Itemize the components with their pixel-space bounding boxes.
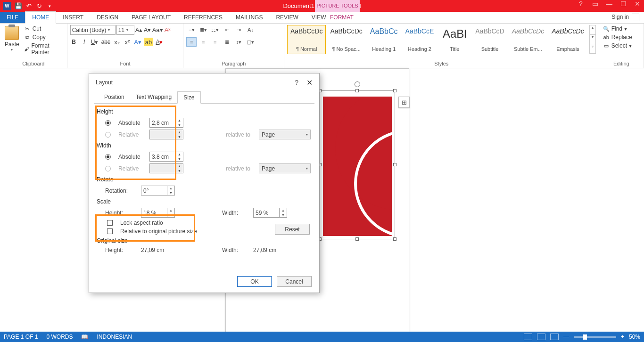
align-right-icon[interactable]: ≡ [210, 37, 220, 47]
style-emphasis[interactable]: AaBbCcDcEmphasis [548, 25, 587, 54]
style-heading1[interactable]: AaBbCcHeading 1 [367, 25, 401, 54]
line-spacing-icon[interactable]: ↕▾ [233, 37, 244, 47]
dialog-close-icon[interactable]: ✕ [306, 78, 313, 87]
tab-mailings[interactable]: MAILINGS [229, 12, 269, 23]
rotate-handle[interactable] [355, 81, 360, 87]
decrease-indent-icon[interactable]: ⇤ [222, 25, 232, 34]
width-absolute-input[interactable]: ▲▼ [149, 152, 183, 162]
shading-icon[interactable]: ▢▾ [245, 37, 256, 47]
tab-references[interactable]: REFERENCES [177, 12, 229, 23]
change-case-icon[interactable]: Aa▾ [152, 26, 163, 34]
redo-icon[interactable]: ↻ [34, 1, 44, 11]
height-absolute-input[interactable]: ▲▼ [149, 118, 183, 128]
resize-handle[interactable] [393, 163, 396, 166]
replace-button[interactable]: abReplace [602, 33, 641, 41]
multilevel-icon[interactable]: ☷▾ [210, 25, 220, 34]
zoom-level[interactable]: 50% [629, 334, 640, 340]
format-painter-button[interactable]: 🖌Format Painter [23, 42, 64, 56]
increase-indent-icon[interactable]: ⇥ [233, 25, 244, 34]
word-count[interactable]: 0 WORDS [46, 334, 73, 340]
grow-font-icon[interactable]: A▴ [135, 26, 143, 34]
text-effects-icon[interactable]: A▾ [134, 38, 141, 46]
qat-more-icon[interactable]: ▾ [44, 1, 55, 11]
bullets-icon[interactable]: ≡▾ [186, 25, 197, 34]
underline-button[interactable]: U▾ [91, 38, 99, 46]
align-left-icon[interactable]: ≡ [186, 37, 197, 47]
bold-button[interactable]: B [70, 38, 78, 46]
style-normal[interactable]: AaBbCcDc¶ Normal [287, 25, 326, 54]
tab-design[interactable]: DESIGN [90, 12, 125, 23]
width-absolute-radio[interactable] [105, 154, 111, 160]
language-indicator[interactable]: INDONESIAN [97, 334, 132, 340]
web-layout-icon[interactable] [550, 334, 559, 340]
tab-format[interactable]: FORMAT [323, 12, 360, 23]
highlight-icon[interactable]: ab [144, 38, 153, 46]
resize-handle[interactable] [393, 89, 396, 92]
tab-home[interactable]: HOME [25, 11, 56, 24]
subscript-button[interactable]: x₂ [113, 38, 121, 46]
reset-button[interactable]: Reset [275, 224, 310, 235]
font-color-icon[interactable]: A▾ [156, 38, 163, 46]
styles-scroll[interactable]: ▴▾▿ [589, 25, 596, 54]
lock-aspect-ratio-checkbox[interactable] [107, 220, 113, 226]
zoom-out-icon[interactable]: — [563, 334, 569, 340]
help-icon[interactable]: ? [576, 0, 586, 8]
ribbon-options-icon[interactable]: ▭ [590, 0, 600, 8]
cancel-button[interactable]: Cancel [277, 276, 312, 287]
rotation-input[interactable]: ▲▼ [141, 186, 175, 195]
tab-page-layout[interactable]: PAGE LAYOUT [125, 12, 177, 23]
zoom-in-icon[interactable]: + [621, 334, 624, 340]
sort-icon[interactable]: A↓ [245, 25, 256, 34]
justify-icon[interactable]: ≣ [222, 37, 232, 47]
copy-button[interactable]: ⧉Copy [23, 33, 64, 41]
shrink-font-icon[interactable]: A▾ [144, 26, 151, 34]
clear-formatting-icon[interactable]: Aᵡ [164, 26, 172, 34]
undo-icon[interactable]: ↶ [24, 1, 34, 11]
paste-button[interactable]: Paste ▾ [3, 25, 21, 53]
close-icon[interactable]: ✕ [633, 0, 642, 8]
numbering-icon[interactable]: ≣▾ [198, 25, 208, 34]
spellcheck-icon[interactable]: 📖 [81, 334, 88, 340]
height-absolute-radio[interactable] [105, 120, 111, 126]
resize-handle[interactable] [355, 89, 359, 92]
resize-handle[interactable] [355, 237, 359, 241]
strikethrough-button[interactable]: abc [101, 38, 110, 46]
relative-original-checkbox[interactable] [107, 228, 113, 234]
scale-width-input[interactable]: ▲▼ [253, 208, 287, 218]
zoom-slider[interactable] [574, 336, 616, 338]
dialog-tab-size[interactable]: Size [177, 91, 200, 104]
style-subtitle[interactable]: AaBbCcDSubtitle [472, 25, 507, 54]
resize-handle[interactable] [393, 237, 396, 241]
minimize-icon[interactable]: — [604, 0, 614, 8]
maximize-icon[interactable]: ☐ [619, 0, 628, 8]
tab-file[interactable]: FILE [0, 12, 25, 23]
style-heading2[interactable]: AaBbCcEHeading 2 [402, 25, 438, 54]
style-no-spacing[interactable]: AaBbCcDc¶ No Spac... [327, 25, 365, 54]
style-title[interactable]: AaBlTitle [438, 25, 471, 54]
tab-insert[interactable]: INSERT [56, 12, 90, 23]
font-name-combo[interactable]: Calibri (Body)▾ [70, 25, 116, 35]
ok-button[interactable]: OK [237, 276, 272, 287]
scale-height-input[interactable]: ▲▼ [141, 208, 175, 218]
italic-button[interactable]: I [81, 38, 88, 46]
superscript-button[interactable]: x² [124, 38, 131, 46]
layout-options-button[interactable]: ⊞ [398, 97, 410, 108]
cut-button[interactable]: ✂Cut [23, 25, 64, 33]
save-icon[interactable]: 💾 [13, 1, 24, 11]
width-relative-radio[interactable] [105, 166, 111, 171]
select-button[interactable]: ▭Select ▾ [602, 42, 641, 49]
find-button[interactable]: 🔍Find ▾ [602, 25, 641, 33]
dialog-tab-position[interactable]: Position [99, 91, 130, 103]
sign-in[interactable]: Sign in [611, 14, 639, 21]
height-relative-radio[interactable] [105, 132, 111, 138]
read-mode-icon[interactable] [524, 334, 532, 340]
styles-gallery[interactable]: AaBbCcDc¶ Normal AaBbCcDc¶ No Spac... Aa… [287, 25, 596, 54]
dialog-help-icon[interactable]: ? [295, 79, 298, 86]
page-indicator[interactable]: PAGE 1 OF 1 [4, 334, 38, 340]
style-subtle-emphasis[interactable]: AaBbCcDcSubtle Em... [509, 25, 547, 54]
align-center-icon[interactable]: ≡ [198, 37, 208, 47]
tab-review[interactable]: REVIEW [269, 12, 305, 23]
print-layout-icon[interactable] [537, 334, 545, 340]
font-size-combo[interactable]: 11▾ [116, 25, 134, 35]
dialog-tab-text-wrapping[interactable]: Text Wrapping [130, 91, 177, 103]
